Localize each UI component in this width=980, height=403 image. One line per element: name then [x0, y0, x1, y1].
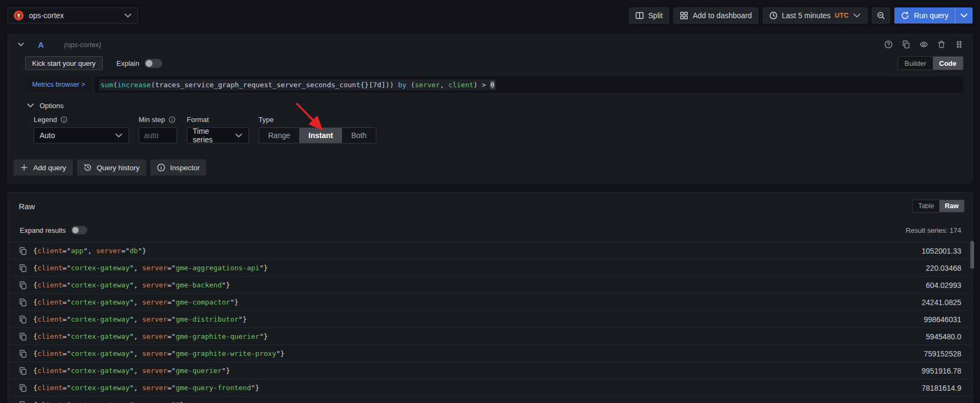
label-key: server — [142, 401, 168, 403]
inspector-button[interactable]: Inspector — [150, 159, 207, 176]
zoom-out-icon — [877, 11, 885, 20]
zoom-out-button[interactable] — [872, 7, 890, 24]
label-punct: { — [33, 349, 37, 358]
label-key: server — [96, 247, 121, 255]
result-row[interactable]: {client="cortex-gateway", server="gme-qu… — [8, 379, 972, 396]
run-query-button[interactable]: Run query — [894, 7, 955, 24]
type-instant[interactable]: Instant — [299, 128, 342, 143]
add-to-dashboard-button[interactable]: Add to dashboard — [673, 7, 758, 24]
sync-icon — [901, 11, 909, 20]
result-row[interactable]: {client="cortex-gateway", server="gme-gr… — [8, 328, 972, 345]
label-value-client: app — [71, 247, 83, 255]
query-code-editor[interactable]: sum(increase(traces_service_graph_reques… — [95, 77, 963, 93]
copy-icon[interactable] — [19, 349, 27, 358]
copy-icon[interactable] — [19, 315, 27, 324]
result-row[interactable]: {client="cortex-gateway", server="gme-ba… — [8, 276, 972, 293]
label-punct: "} — [251, 384, 260, 392]
label-key: server — [142, 384, 168, 392]
query-type-toggle: Range Instant Both — [259, 127, 376, 143]
result-row[interactable]: {client="cortex-gateway", server="gme-co… — [8, 293, 972, 310]
query-field-row: Metrics browser > sum(increase(traces_se… — [25, 77, 963, 93]
series-label: {client="cortex-gateway", server=""} — [33, 401, 184, 403]
copy-icon[interactable] — [19, 384, 27, 392]
type-range[interactable]: Range — [259, 128, 299, 143]
series-value: 78181614.9 — [922, 384, 961, 392]
label-key: server — [142, 349, 168, 358]
min-step-input[interactable] — [139, 127, 177, 143]
result-row[interactable]: {client="cortex-gateway", server="gme-ag… — [8, 259, 972, 276]
label-key: client — [37, 264, 63, 272]
view-table[interactable]: Table — [913, 200, 939, 212]
label-value-server: db — [130, 247, 138, 255]
mode-builder[interactable]: Builder — [898, 57, 932, 70]
type-both[interactable]: Both — [342, 128, 376, 143]
duplicate-query-icon[interactable] — [902, 40, 910, 49]
result-row[interactable]: {client="cortex-gateway", server="gme-di… — [8, 310, 972, 328]
label-punct: ", — [83, 247, 96, 255]
format-select-value: Time series — [193, 127, 229, 144]
copy-icon[interactable] — [19, 281, 27, 290]
query-history-button[interactable]: Query history — [77, 159, 146, 176]
label-punct: "} — [222, 367, 230, 375]
info-circle-icon — [157, 163, 165, 172]
copy-icon[interactable] — [19, 367, 27, 375]
label-value-client: cortex-gateway — [71, 401, 130, 403]
format-select[interactable]: Time series — [187, 127, 249, 143]
label-key: client — [37, 332, 63, 340]
label-punct: ", — [130, 298, 142, 306]
copy-icon[interactable] — [19, 332, 27, 341]
result-row[interactable]: {client="cortex-gateway", server=""} — [8, 396, 972, 403]
series-label: {client="cortex-gateway", server="gme-di… — [33, 315, 247, 323]
label-punct: { — [33, 264, 37, 272]
mode-code[interactable]: Code — [933, 57, 963, 70]
eye-icon[interactable] — [920, 40, 928, 49]
chevron-down-icon — [853, 11, 861, 20]
label-punct: "} — [239, 315, 247, 323]
time-range-picker[interactable]: Last 5 minutes UTC — [763, 7, 868, 24]
legend-label: Legend — [34, 116, 57, 124]
label-punct: =" — [167, 315, 176, 323]
explain-toggle[interactable] — [145, 59, 162, 68]
copy-icon[interactable] — [19, 264, 27, 272]
label-punct: ", — [130, 332, 142, 340]
collapse-chevron-icon[interactable] — [17, 40, 25, 49]
label-punct: =" — [121, 247, 130, 255]
trash-icon[interactable] — [937, 40, 946, 49]
drag-handle-icon[interactable] — [955, 40, 963, 49]
run-query-dropdown[interactable] — [955, 7, 973, 24]
copy-icon[interactable] — [19, 298, 27, 307]
result-row[interactable]: {client="app", server="db"} 1052001.33 — [8, 242, 972, 259]
info-circle-icon — [60, 116, 67, 123]
promql-query: sum(increase(traces_service_graph_reques… — [99, 79, 496, 90]
label-key: server — [142, 281, 168, 289]
label-value-server: gme-compactor — [176, 298, 230, 306]
label-punct: ", — [130, 315, 142, 323]
label-punct: "} — [138, 247, 147, 255]
query-token: server — [415, 81, 440, 89]
type-field: Type Range Instant Both — [259, 115, 376, 143]
copy-icon[interactable] — [19, 401, 27, 403]
datasource-logo-icon — [13, 10, 24, 21]
split-button[interactable]: Split — [629, 7, 669, 24]
kick-start-button[interactable]: Kick start your query — [25, 56, 103, 70]
result-row[interactable]: {client="cortex-gateway", server="gme-gr… — [8, 345, 972, 362]
label-punct: =" — [63, 367, 71, 375]
series-value: 604.02993 — [926, 281, 961, 290]
label-punct: "} — [176, 401, 184, 403]
copy-icon[interactable] — [19, 247, 27, 255]
label-punct: { — [33, 281, 37, 289]
datasource-picker[interactable]: ops-cortex — [7, 7, 138, 24]
view-raw[interactable]: Raw — [939, 200, 964, 212]
metrics-browser-button[interactable]: Metrics browser > — [25, 77, 92, 93]
legend-select[interactable]: Auto — [34, 127, 129, 143]
expand-results-toggle[interactable] — [71, 226, 87, 234]
help-icon[interactable] — [884, 40, 893, 49]
result-series-count: Result series: 174 — [906, 226, 961, 234]
options-section-toggle[interactable]: Options — [26, 101, 963, 110]
legend-select-value: Auto — [40, 131, 55, 140]
query-ref-id[interactable]: A — [38, 40, 44, 49]
vertical-scrollbar-thumb[interactable] — [970, 241, 974, 269]
add-query-button[interactable]: Add query — [13, 159, 73, 176]
result-row[interactable]: {client="cortex-gateway", server="gme-qu… — [8, 362, 972, 379]
min-step-label: Min step — [139, 116, 165, 124]
